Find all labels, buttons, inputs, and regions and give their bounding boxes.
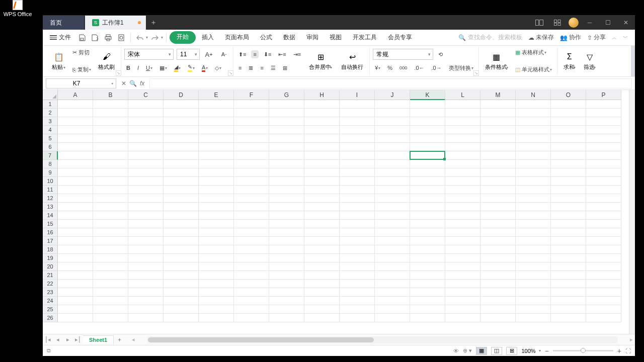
- fx-icon[interactable]: fx: [140, 80, 144, 87]
- cell-B10[interactable]: [93, 177, 128, 186]
- col-header-L[interactable]: L: [445, 90, 480, 100]
- cell-N11[interactable]: [516, 186, 551, 194]
- cell-G18[interactable]: [269, 245, 304, 254]
- cell-D2[interactable]: [164, 109, 199, 117]
- cell-B20[interactable]: [93, 262, 128, 271]
- row-header-10[interactable]: 10: [43, 177, 58, 186]
- cell-O17[interactable]: [551, 237, 586, 245]
- cell-J14[interactable]: [375, 211, 410, 220]
- cell-N26[interactable]: [516, 314, 551, 322]
- collaborate-button[interactable]: 👥 协作: [560, 33, 581, 42]
- row-header-14[interactable]: 14: [43, 211, 58, 220]
- cell-J8[interactable]: [375, 160, 410, 168]
- row-header-26[interactable]: 26: [43, 314, 58, 322]
- bold-button[interactable]: B: [124, 64, 132, 72]
- cell-F3[interactable]: [234, 117, 269, 126]
- cell-D19[interactable]: [164, 254, 199, 262]
- cell-E16[interactable]: [199, 228, 234, 237]
- cell-J3[interactable]: [375, 117, 410, 126]
- cell-F9[interactable]: [234, 168, 269, 177]
- cell-D1[interactable]: [164, 100, 199, 109]
- cell-G2[interactable]: [269, 109, 304, 117]
- cell-K7[interactable]: [410, 151, 445, 160]
- cell-O16[interactable]: [551, 228, 586, 237]
- cell-K6[interactable]: [410, 143, 445, 151]
- cell-H24[interactable]: [304, 297, 340, 305]
- cell-G24[interactable]: [269, 297, 304, 305]
- cell-C10[interactable]: [128, 177, 164, 186]
- cell-A2[interactable]: [58, 109, 93, 117]
- cell-M24[interactable]: [480, 297, 516, 305]
- cell-I25[interactable]: [340, 305, 375, 314]
- cell-E20[interactable]: [199, 262, 234, 271]
- cell-J24[interactable]: [375, 297, 410, 305]
- sheet-nav-first[interactable]: ⎮◂: [43, 336, 53, 343]
- row-header-12[interactable]: 12: [43, 194, 58, 203]
- cell-E8[interactable]: [199, 160, 234, 168]
- normal-view-button[interactable]: ▦: [476, 347, 487, 355]
- row-header-6[interactable]: 6: [43, 143, 58, 151]
- cell-D8[interactable]: [164, 160, 199, 168]
- hscroll-left[interactable]: ◂: [130, 336, 137, 343]
- cell-I19[interactable]: [340, 254, 375, 262]
- cell-C21[interactable]: [128, 271, 164, 280]
- cell-N19[interactable]: [516, 254, 551, 262]
- cell-P9[interactable]: [586, 168, 621, 177]
- cell-H8[interactable]: [304, 160, 340, 168]
- menu-item-8[interactable]: 会员专享: [383, 31, 417, 44]
- cell-M6[interactable]: [480, 143, 516, 151]
- cell-N1[interactable]: [516, 100, 551, 109]
- cell-O9[interactable]: [551, 168, 586, 177]
- undo-icon[interactable]: [134, 32, 146, 44]
- cell-C2[interactable]: [128, 109, 164, 117]
- cell-N10[interactable]: [516, 177, 551, 186]
- cell-N24[interactable]: [516, 297, 551, 305]
- cell-O11[interactable]: [551, 186, 586, 194]
- cell-A6[interactable]: [58, 143, 93, 151]
- select-all-corner[interactable]: [43, 90, 58, 100]
- fill-color-button[interactable]: ◢▾: [172, 63, 183, 73]
- cell-M22[interactable]: [480, 280, 516, 288]
- cell-B25[interactable]: [93, 305, 128, 314]
- menu-item-2[interactable]: 页面布局: [220, 31, 254, 44]
- col-header-G[interactable]: G: [269, 90, 304, 100]
- hscroll-right[interactable]: ▸: [628, 336, 635, 343]
- cell-J19[interactable]: [375, 254, 410, 262]
- cell-D21[interactable]: [164, 271, 199, 280]
- cell-J25[interactable]: [375, 305, 410, 314]
- cancel-formula-icon[interactable]: ✕: [121, 80, 126, 87]
- cell-K21[interactable]: [410, 271, 445, 280]
- cell-O4[interactable]: [551, 126, 586, 134]
- layout-toggle-2-icon[interactable]: [550, 16, 565, 30]
- cell-A22[interactable]: [58, 280, 93, 288]
- cell-I2[interactable]: [340, 109, 375, 117]
- cell-O14[interactable]: [551, 211, 586, 220]
- cell-N7[interactable]: [516, 151, 551, 160]
- cell-A1[interactable]: [58, 100, 93, 109]
- cell-D3[interactable]: [164, 117, 199, 126]
- row-header-11[interactable]: 11: [43, 186, 58, 194]
- menu-item-7[interactable]: 开发工具: [348, 31, 382, 44]
- cell-H26[interactable]: [304, 314, 340, 322]
- zoom-in-button[interactable]: +: [617, 347, 621, 355]
- cell-A17[interactable]: [58, 237, 93, 245]
- vertical-scrollbar[interactable]: [629, 90, 635, 334]
- cell-M25[interactable]: [480, 305, 516, 314]
- cell-A12[interactable]: [58, 194, 93, 203]
- cell-C17[interactable]: [128, 237, 164, 245]
- col-header-C[interactable]: C: [128, 90, 164, 100]
- cell-M19[interactable]: [480, 254, 516, 262]
- cell-E21[interactable]: [199, 271, 234, 280]
- filter-button[interactable]: ▽ 筛选▾: [581, 48, 599, 74]
- cell-N12[interactable]: [516, 194, 551, 203]
- undo-dropdown[interactable]: ▾: [146, 35, 148, 40]
- cell-A26[interactable]: [58, 314, 93, 322]
- save-icon[interactable]: [76, 32, 88, 44]
- cell-style-button[interactable]: ◫单元格样式▾: [513, 65, 554, 74]
- sheet-nav-prev[interactable]: ◂: [53, 336, 63, 343]
- align-bottom-button[interactable]: ⬇≡: [262, 50, 273, 59]
- cell-G21[interactable]: [269, 271, 304, 280]
- cell-J21[interactable]: [375, 271, 410, 280]
- cell-H6[interactable]: [304, 143, 340, 151]
- cell-L20[interactable]: [445, 262, 480, 271]
